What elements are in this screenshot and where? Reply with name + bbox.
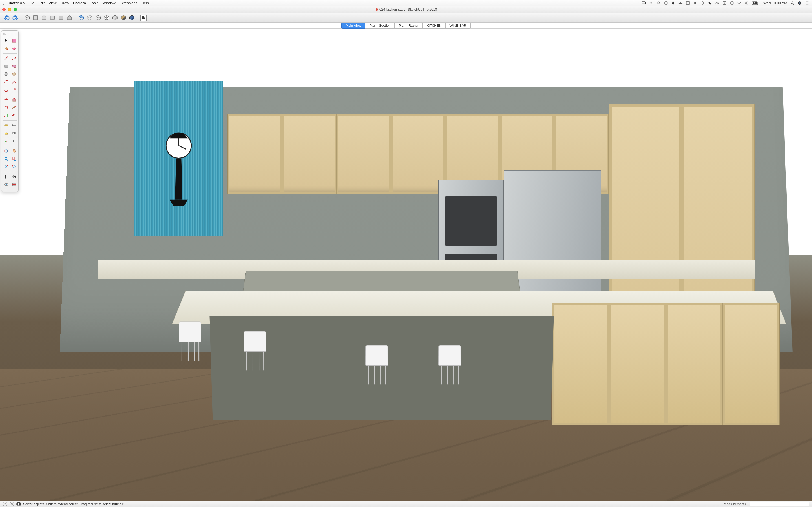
svg-point-32 — [7, 49, 8, 50]
position-camera-tool[interactable] — [3, 173, 10, 180]
credits-button[interactable]: © — [10, 502, 14, 506]
spotlight-icon[interactable] — [790, 1, 795, 5]
minimize-window-button[interactable] — [8, 8, 11, 11]
rotated-rectangle-tool[interactable] — [10, 62, 18, 70]
paint-bucket-tool[interactable] — [3, 45, 10, 52]
right-view-button[interactable] — [49, 14, 56, 21]
pie-tool[interactable] — [10, 86, 18, 94]
menu-tools[interactable]: Tools — [90, 1, 98, 5]
follow-me-tool[interactable] — [10, 104, 18, 111]
walk-tool[interactable] — [10, 173, 18, 180]
three-point-arc-tool[interactable] — [3, 86, 10, 94]
scene-tab-main-view[interactable]: Main View — [342, 22, 365, 29]
notification-center-icon[interactable] — [805, 1, 809, 5]
wifi-icon[interactable] — [737, 1, 741, 5]
screencast-icon[interactable] — [642, 1, 646, 5]
menu-help[interactable]: Help — [141, 1, 149, 5]
back-edges-button[interactable] — [86, 14, 93, 21]
two-point-arc-tool[interactable] — [10, 78, 18, 86]
arc-tool[interactable] — [3, 78, 10, 86]
scene-tab-kitchen[interactable]: KITCHEN — [423, 22, 446, 29]
section-plane-tool[interactable] — [10, 181, 18, 188]
circle-tool[interactable] — [3, 70, 10, 78]
previous-view-tool[interactable] — [10, 163, 18, 170]
apple-menu-icon[interactable]:  — [3, 1, 4, 5]
polygon-tool[interactable] — [10, 70, 18, 78]
circle-icon[interactable] — [700, 1, 705, 5]
shaded-textures-style-button[interactable] — [120, 14, 127, 21]
scene-tab-wine-bar[interactable]: WINE BAR — [446, 22, 470, 29]
volume-icon[interactable] — [744, 1, 749, 5]
tape-measure-tool[interactable] — [3, 122, 10, 129]
make-component-tool[interactable] — [10, 37, 18, 44]
zoom-window-tool[interactable] — [10, 155, 18, 163]
glasses-icon[interactable] — [715, 1, 719, 5]
sign-in-button[interactable] — [16, 502, 21, 506]
look-around-tool[interactable] — [3, 181, 10, 188]
menubar-clock[interactable]: Wed 10:00 AM — [763, 1, 787, 5]
close-window-button[interactable] — [2, 8, 6, 11]
monochrome-style-button[interactable] — [129, 14, 135, 21]
time-machine-icon[interactable] — [730, 1, 734, 5]
tag-icon[interactable] — [708, 1, 712, 5]
svg-rect-25 — [50, 16, 54, 19]
app-menu[interactable]: SketchUp — [8, 1, 24, 5]
circled-i-icon[interactable]: i — [664, 1, 668, 5]
back-view-button[interactable] — [57, 14, 64, 21]
record-icon[interactable] — [722, 1, 726, 5]
menu-extensions[interactable]: Extensions — [119, 1, 138, 5]
cloud-icon[interactable] — [656, 1, 661, 5]
rectangle-tool[interactable] — [3, 62, 10, 70]
line-tool[interactable] — [3, 55, 10, 62]
zoom-extents-tool[interactable] — [3, 163, 10, 170]
scene-tab-plan-raster[interactable]: Plan - Raster — [395, 22, 423, 29]
zoom-tool[interactable] — [3, 155, 10, 163]
rotate-tool[interactable] — [3, 104, 10, 111]
tool-palette[interactable]: A1A — [1, 31, 18, 192]
menu-draw[interactable]: Draw — [60, 1, 69, 5]
siri-icon[interactable] — [798, 1, 802, 5]
eraser-tool[interactable] — [10, 45, 18, 52]
top-view-button[interactable] — [32, 14, 39, 21]
model-viewport[interactable] — [0, 29, 812, 501]
pan-tool[interactable] — [10, 147, 18, 155]
scene-tab-plan-section[interactable]: Plan - Section — [365, 22, 395, 29]
front-view-button[interactable] — [41, 14, 47, 21]
menu-view[interactable]: View — [49, 1, 56, 5]
zoom-window-button[interactable] — [13, 8, 17, 11]
palette-close-icon[interactable] — [3, 33, 6, 36]
freehand-tool[interactable] — [10, 55, 18, 62]
menu-window[interactable]: Window — [102, 1, 115, 5]
xray-style-button[interactable] — [78, 14, 85, 21]
menu-file[interactable]: File — [29, 1, 35, 5]
battery-icon[interactable] — [752, 1, 759, 5]
menu-camera[interactable]: Camera — [73, 1, 86, 5]
window-icon[interactable] — [686, 1, 690, 5]
hat-icon[interactable] — [678, 1, 682, 5]
dimension-tool[interactable] — [10, 122, 18, 129]
wireframe-style-button[interactable] — [95, 14, 101, 21]
offset-tool[interactable] — [10, 112, 18, 119]
menu-edit[interactable]: Edit — [38, 1, 45, 5]
protractor-tool[interactable] — [3, 129, 10, 137]
dropbox-icon[interactable] — [649, 1, 653, 5]
left-view-button[interactable] — [66, 14, 73, 21]
measurements-input[interactable] — [750, 502, 809, 506]
hidden-line-style-button[interactable] — [103, 14, 110, 21]
select-tool[interactable] — [3, 37, 10, 44]
redo-button[interactable] — [12, 14, 18, 21]
face-style-indicator[interactable] — [140, 15, 147, 21]
geo-location-button[interactable]: ? — [3, 502, 7, 506]
move-tool[interactable] — [3, 96, 10, 103]
3d-text-tool[interactable]: A — [10, 137, 18, 145]
flame-icon[interactable] — [671, 1, 675, 5]
iso-view-button[interactable] — [24, 14, 31, 21]
text-tool[interactable]: A1 — [10, 129, 18, 137]
scale-tool[interactable] — [3, 112, 10, 119]
axes-tool[interactable] — [3, 137, 10, 145]
shaded-style-button[interactable] — [112, 14, 118, 21]
orbit-tool[interactable] — [3, 147, 10, 155]
undo-button[interactable] — [3, 14, 10, 21]
infinity-icon[interactable] — [693, 1, 697, 5]
push-pull-tool[interactable] — [10, 96, 18, 103]
